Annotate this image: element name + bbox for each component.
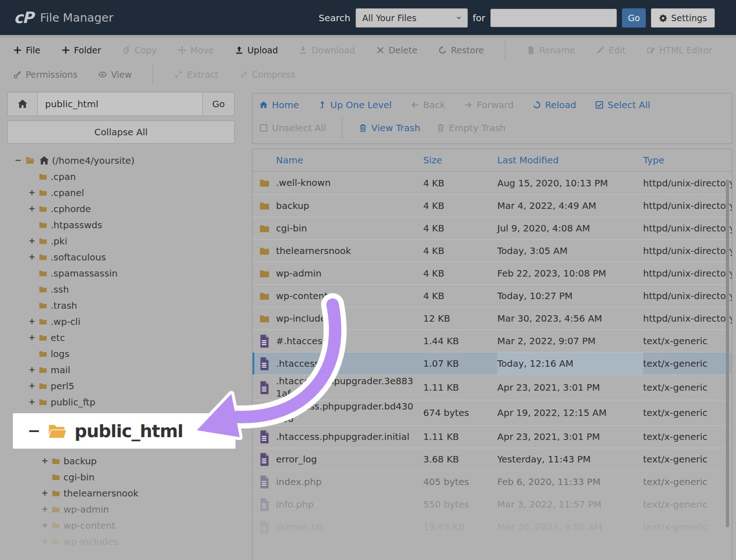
plus-icon [61, 46, 70, 55]
toolbar-separator [152, 64, 153, 85]
annotation-arrow [184, 258, 377, 456]
file-modified: Apr 23, 2021, 3:01 PM [497, 426, 643, 448]
file-row-info-php[interactable]: info.php550 bytesMar 3, 2022, 11:57 PMte… [253, 493, 732, 515]
tree-item-htpasswds[interactable]: .htpasswds [7, 217, 237, 233]
nav-forward[interactable]: Forward [464, 99, 513, 110]
column-header-last-modified[interactable]: Last Modified [497, 149, 643, 171]
file-row-backup[interactable]: backup4 KBMar 4, 2022, 4:49 AMhttpd/unix… [253, 194, 732, 217]
vertical-scrollbar[interactable] [726, 179, 729, 527]
toolbar-restore[interactable]: Restore [438, 45, 484, 55]
search-go-button[interactable]: Go [622, 8, 646, 28]
folder-icon [38, 285, 48, 294]
search-scope-select[interactable]: All Your Files [356, 8, 468, 28]
path-go-button[interactable]: Go [202, 92, 234, 115]
htmledit-icon [646, 46, 656, 55]
toolbar-compress[interactable]: Compress [239, 69, 295, 80]
nav-back[interactable]: Back [410, 99, 446, 110]
move-icon [178, 46, 187, 55]
file-row-well-known[interactable]: .well-known4 KBAug 15, 2020, 10:13 PMhtt… [253, 172, 732, 194]
plus-icon [29, 189, 35, 196]
toolbar-view[interactable]: View [98, 69, 132, 80]
nav-home[interactable]: Home [259, 99, 299, 110]
minus-icon [28, 425, 40, 438]
nav-separator [342, 118, 343, 138]
folder-icon [38, 172, 48, 181]
plus-icon [29, 205, 35, 212]
path-input[interactable] [38, 92, 202, 115]
toolbar-row-2: PermissionsViewExtractCompress [0, 63, 736, 87]
plus-icon [41, 457, 48, 464]
toolbar-extract[interactable]: Extract [174, 69, 218, 80]
plus-icon [29, 398, 35, 405]
tree-root-label: (/home4/yoursite) [52, 155, 135, 166]
file-size: 4 KB [423, 268, 497, 279]
toolbar-edit[interactable]: Edit [596, 45, 626, 55]
folder-icon [258, 245, 271, 257]
toolbar-move[interactable]: Move [178, 45, 214, 55]
page-title: File Manager [40, 11, 113, 24]
file-row-cgi-bin[interactable]: cgi-bin4 KBJul 9, 2020, 4:08 AMhttpd/uni… [253, 217, 732, 239]
toolbar-html-editor[interactable]: HTML Editor [646, 45, 712, 55]
column-header-type[interactable]: Type [643, 155, 732, 166]
nav-empty-trash[interactable]: Empty Trash [436, 122, 506, 133]
file-size: 3.68 KB [423, 454, 497, 465]
folder-icon [38, 365, 48, 375]
file-icon [526, 46, 535, 55]
home-icon [259, 100, 268, 110]
plus-icon [29, 237, 35, 244]
folder-icon [51, 537, 61, 546]
file-row-license-txt[interactable]: license.txt19.45 KBMar 30, 2023, 4:50 AM… [253, 515, 732, 538]
file-size: 1.44 KB [423, 335, 497, 346]
tree-item-thelearnersnook[interactable]: thelearnersnook [7, 485, 237, 501]
path-home-button[interactable] [8, 92, 38, 115]
nav-reload[interactable]: Reload [532, 99, 576, 110]
folder-icon [51, 473, 61, 482]
toolbar-permissions[interactable]: Permissions [13, 69, 77, 80]
toolbar-file[interactable]: File [13, 45, 40, 55]
tree-item-root[interactable]: (/home4/yoursite) [7, 152, 237, 168]
nav-view-trash[interactable]: View Trash [358, 122, 420, 133]
brand: cP File Manager [14, 8, 113, 27]
toolbar-download[interactable]: Download [299, 45, 355, 55]
plus-icon [29, 334, 35, 341]
tree-item-cphorde[interactable]: .cphorde [7, 201, 237, 217]
collapse-all-button[interactable]: Collapse All [7, 121, 235, 144]
folder-icon [38, 317, 48, 326]
toolbar-copy[interactable]: Copy [122, 45, 157, 55]
key-icon [13, 70, 22, 79]
nav-unselect-all[interactable]: Unselect All [259, 122, 326, 133]
search-scope-value: All Your Files [362, 13, 417, 23]
toolbar-upload[interactable]: Upload [235, 45, 278, 55]
file-modified: Apr 23, 2021, 3:01 PM [497, 375, 643, 400]
file-modified: Mar 30, 2023, 4:50 AM [497, 516, 643, 538]
tree-item-pki[interactable]: .pki [7, 233, 237, 249]
file-name: backup [276, 200, 423, 212]
cpanel-logo: cP [14, 8, 33, 27]
tree-item-wp-includes[interactable]: wp-includes [7, 533, 237, 549]
folder-icon [38, 349, 48, 358]
tree-item-wp-content[interactable]: wp-content [7, 517, 237, 533]
file-modified: Today, 12:16 AM [497, 352, 643, 375]
tree-item-wp-admin[interactable]: wp-admin [7, 501, 237, 517]
tree-item-cpanel[interactable]: .cpanel [7, 185, 237, 201]
eye-icon [98, 70, 107, 79]
file-name: index.php [276, 476, 423, 488]
folder-icon [258, 223, 271, 234]
search-input[interactable] [490, 9, 617, 27]
nav-row-1: HomeUp One LevelBackForwardReloadSelect … [253, 93, 732, 116]
chevron-down-icon [455, 14, 463, 22]
file-row-index-php[interactable]: index.php405 bytesFeb 6, 2020, 11:33 PMt… [253, 470, 732, 493]
column-header-name[interactable]: Name [276, 154, 423, 167]
uplevel-icon [317, 100, 327, 110]
file-type: text/x-generic [643, 382, 732, 393]
toolbar-delete[interactable]: Delete [376, 45, 417, 55]
tree-item-cpan[interactable]: .cpan [7, 168, 237, 185]
settings-button[interactable]: Settings [651, 8, 715, 28]
column-header-size[interactable]: Size [423, 155, 497, 166]
toolbar-folder[interactable]: Folder [61, 45, 101, 55]
nav-select-all[interactable]: Select All [595, 99, 650, 110]
file-manager-window: cP File Manager Search All Your Files fo… [0, 0, 736, 560]
toolbar-rename[interactable]: Rename [526, 45, 575, 55]
tree-item-cgi-bin[interactable]: cgi-bin [7, 469, 237, 485]
nav-up-one-level[interactable]: Up One Level [317, 99, 392, 110]
